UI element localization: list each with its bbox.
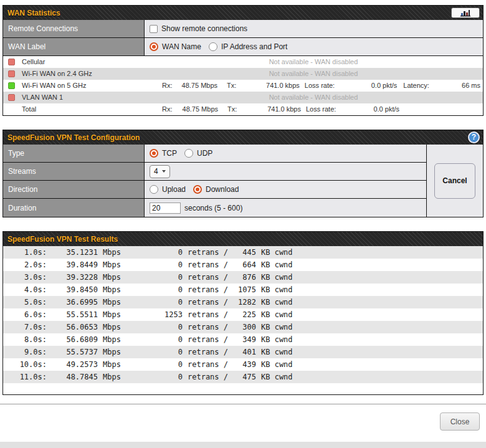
result-throughput-unit: Mbps <box>103 271 129 284</box>
duration-value: seconds (5 - 600) <box>145 199 426 217</box>
wan-row: VLAN WAN 1 Not available - WAN disabled … <box>3 92 483 103</box>
result-retrans: 0 <box>129 296 183 308</box>
type-value: TCP UDP <box>145 145 426 162</box>
result-row: 9.0s: 55.5737 Mbps 0 retrans / 401 KB cw… <box>3 346 483 358</box>
result-retrans-unit: retrans / <box>188 259 231 271</box>
result-time: 5.0s: <box>3 296 47 308</box>
wan-name: VLAN WAN 1 <box>22 92 63 103</box>
result-time: 1.0s: <box>3 246 47 259</box>
streams-label: Streams <box>3 163 145 180</box>
result-row: 8.0s: 56.6809 Mbps 0 retrans / 349 KB cw… <box>3 333 483 346</box>
wan-status-text: Not available - WAN disabled <box>146 68 480 80</box>
result-row: 5.0s: 36.6995 Mbps 0 retrans / 1282 KB c… <box>3 296 483 308</box>
results-header: SpeedFusion VPN Test Results <box>3 232 483 246</box>
wan-name: Wi-Fi WAN on 5 GHz <box>22 80 87 92</box>
result-cwnd: 300 <box>231 321 256 333</box>
result-cwnd-unit: KB cwnd <box>261 308 293 321</box>
result-throughput: 35.1231 <box>47 246 98 259</box>
direction-label: Direction <box>3 181 145 198</box>
download-radio[interactable] <box>193 185 202 194</box>
streams-row: Streams 4 <box>3 163 426 181</box>
result-row: 11.0s: 48.7845 Mbps 0 retrans / 475 KB c… <box>3 371 483 383</box>
close-button[interactable]: Close <box>440 412 480 431</box>
result-retrans-unit: retrans / <box>188 346 231 358</box>
rx-label: Rx: <box>162 80 181 92</box>
result-throughput-unit: Mbps <box>103 346 129 358</box>
latency-label: Latency: <box>403 80 437 92</box>
result-throughput-unit: Mbps <box>103 371 129 383</box>
result-row: 10.0s: 49.2573 Mbps 0 retrans / 439 KB c… <box>3 358 483 371</box>
wan-statistics-header: WAN Statistics <box>3 6 483 20</box>
result-cwnd-unit: KB cwnd <box>261 296 293 308</box>
ip-address-port-radio[interactable] <box>209 42 217 51</box>
result-row: 7.0s: 56.0653 Mbps 0 retrans / 300 KB cw… <box>3 321 483 333</box>
ip-address-port-radio-label: IP Address and Port <box>221 42 288 51</box>
result-throughput-unit: Mbps <box>103 308 129 321</box>
udp-radio[interactable] <box>184 149 193 158</box>
wan-statistics-title: WAN Statistics <box>7 9 60 17</box>
result-throughput-unit: Mbps <box>103 333 129 346</box>
result-cwnd: 1282 <box>231 296 256 308</box>
result-throughput: 39.8450 <box>47 284 98 296</box>
config-fields: Type TCP UDP Streams 4 Direct <box>3 145 426 217</box>
result-cwnd: 664 <box>231 259 256 271</box>
result-cwnd: 876 <box>231 271 256 284</box>
remote-connections-value: Show remote connections <box>145 20 483 37</box>
result-retrans: 0 <box>129 333 183 346</box>
result-time: 7.0s: <box>3 321 47 333</box>
duration-input[interactable] <box>150 203 181 214</box>
wan-name-radio-label: WAN Name <box>162 42 201 51</box>
tx-label: Tx: <box>227 80 245 92</box>
result-retrans-unit: retrans / <box>188 271 231 284</box>
result-retrans-unit: retrans / <box>188 246 231 259</box>
tcp-radio-label: TCP <box>162 149 177 158</box>
download-radio-label: Download <box>206 185 239 194</box>
result-cwnd-unit: KB cwnd <box>261 246 293 259</box>
footer-bar <box>0 442 486 448</box>
results-list: 1.0s: 35.1231 Mbps 0 retrans / 445 KB cw… <box>3 246 483 383</box>
result-time: 11.0s: <box>3 371 47 383</box>
udp-radio-label: UDP <box>197 149 212 158</box>
tx-value: 741.0 kbps <box>245 80 300 92</box>
result-retrans-unit: retrans / <box>188 371 231 383</box>
result-retrans-unit: retrans / <box>188 284 231 296</box>
streams-value: 4 <box>145 163 426 180</box>
type-row: Type TCP UDP <box>3 145 426 163</box>
wan-statistics-panel: WAN Statistics Remote Connections Show r… <box>2 5 484 116</box>
duration-hint: seconds (5 - 600) <box>184 204 242 212</box>
config-header: SpeedFusion VPN Test Configuration ? <box>3 130 483 145</box>
result-throughput: 48.7845 <box>47 371 98 383</box>
remote-connections-label: Remote Connections <box>3 20 145 37</box>
loss-rate-label: Loss rate: <box>305 80 343 92</box>
loss-rate-value: 0.0 pkt/s <box>345 103 399 115</box>
wan-name-radio[interactable] <box>150 42 158 51</box>
result-row: 4.0s: 39.8450 Mbps 0 retrans / 1075 KB c… <box>3 284 483 296</box>
streams-select[interactable]: 4 <box>150 165 170 178</box>
result-cwnd: 439 <box>231 358 256 371</box>
usage-chart-button[interactable] <box>451 7 480 18</box>
streams-selected-value: 4 <box>154 167 158 176</box>
direction-row: Direction Upload Download <box>3 181 426 199</box>
result-time: 3.0s: <box>3 271 47 284</box>
upload-radio[interactable] <box>150 185 158 194</box>
help-icon[interactable]: ? <box>468 131 480 143</box>
result-throughput: 55.5737 <box>47 346 98 358</box>
show-remote-connections-checkbox[interactable] <box>150 25 158 33</box>
tcp-radio[interactable] <box>150 149 158 158</box>
wan-status-text: Not available - WAN disabled <box>146 56 480 68</box>
result-row: 6.0s: 55.5511 Mbps 1253 retrans / 225 KB… <box>3 308 483 321</box>
result-throughput-unit: Mbps <box>103 246 129 259</box>
rx-label: Rx: <box>162 103 181 115</box>
wan-status-led <box>8 82 15 89</box>
cancel-button[interactable]: Cancel <box>434 163 475 199</box>
result-cwnd: 1075 <box>231 284 256 296</box>
result-retrans-unit: retrans / <box>188 296 231 308</box>
wan-stats: Rx: 48.75 Mbps Tx: 741.0 kbps Loss rate:… <box>146 103 480 115</box>
result-cwnd-unit: KB cwnd <box>261 321 293 333</box>
wan-name: Cellular <box>22 56 45 68</box>
loss-rate-value: 0.0 pkt/s <box>343 80 397 92</box>
tx-label: Tx: <box>227 103 246 115</box>
result-throughput-unit: Mbps <box>103 296 129 308</box>
result-cwnd-unit: KB cwnd <box>261 346 293 358</box>
result-cwnd-unit: KB cwnd <box>261 259 293 271</box>
